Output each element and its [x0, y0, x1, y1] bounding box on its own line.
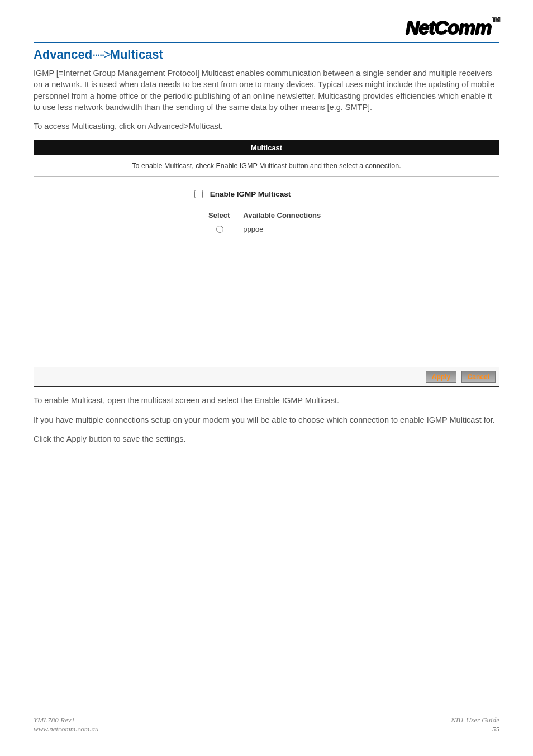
multicast-content: Enable IGMP Multicast Select Available C… [34, 177, 499, 367]
footer-left: YML780 Rev1 www.netcomm.com.au [34, 716, 98, 734]
header-bar: NetCommTM [34, 17, 499, 43]
connections-table: Select Available Connections pppoe [207, 209, 334, 238]
title-part-advanced: Advanced [34, 47, 92, 61]
footer-page-number: 55 [451, 725, 499, 734]
page-title: Advanced·····>Multicast [34, 47, 499, 62]
page-footer: YML780 Rev1 www.netcomm.com.au NB1 User … [34, 712, 499, 734]
enable-igmp-label: Enable IGMP Multicast [210, 190, 291, 198]
apply-button[interactable]: Apply [426, 371, 456, 383]
connection-radio[interactable] [216, 226, 223, 233]
footer-guide-name: NB1 User Guide [451, 716, 499, 725]
enable-paragraph: To enable Multicast, open the multicast … [34, 395, 499, 406]
connection-name: pppoe [243, 222, 333, 237]
access-paragraph: To access Multicasting, click on Advance… [34, 121, 499, 132]
title-part-multicast: Multicast [110, 47, 163, 61]
title-separator: ·····> [92, 47, 110, 61]
footer-url: www.netcomm.com.au [34, 725, 98, 734]
footer-doc-rev: YML780 Rev1 [34, 716, 98, 725]
enable-igmp-checkbox[interactable] [194, 190, 203, 198]
table-row: pppoe [208, 222, 333, 237]
multicast-panel-header: Multicast [34, 140, 499, 155]
cancel-button[interactable]: Cancel [461, 371, 496, 383]
brand-logo: NetCommTM [406, 17, 499, 39]
brand-logo-text: NetComm [406, 17, 492, 38]
brand-tm: TM [493, 17, 499, 23]
intro-paragraph: IGMP [=Internet Group Management Protoco… [34, 68, 499, 113]
multicast-panel: Multicast To enable Multicast, check Ena… [34, 140, 499, 387]
multicast-footer: Apply Cancel [34, 367, 499, 386]
column-select: Select [208, 210, 242, 221]
multicast-instruction: To enable Multicast, check Enable IGMP M… [34, 155, 499, 177]
apply-paragraph: Click the Apply button to save the setti… [34, 433, 499, 444]
footer-right: NB1 User Guide 55 [451, 716, 499, 734]
column-available-connections: Available Connections [243, 210, 333, 221]
multiple-connections-paragraph: If you have multiple connections setup o… [34, 414, 499, 425]
